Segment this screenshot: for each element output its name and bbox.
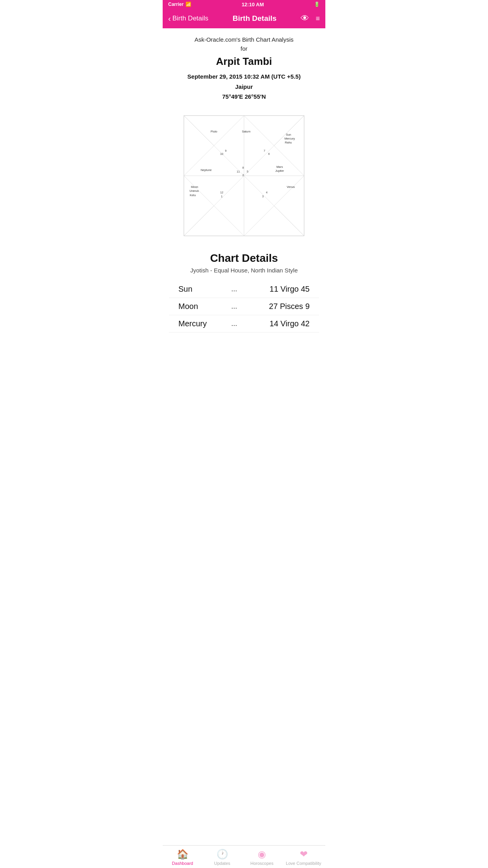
status-carrier: Carrier 📶 [168,2,191,7]
carrier-label: Carrier [168,2,183,7]
ketu-label: Ketu [190,193,196,197]
venus-label: Venus [287,185,295,189]
house-6: 6 [268,152,270,156]
planet-dots: ... [226,285,242,293]
menu-icon[interactable]: ≡ [316,15,320,23]
birth-location: Jaipur [235,83,253,90]
planet-position: 11 Virgo 45 [251,285,310,294]
moon-chart-label: Moon [191,185,198,189]
svg-line-10 [184,116,214,146]
planet-position: 27 Pisces 9 [251,302,310,311]
chart-style: Jyotish - Equal House, North Indian Styl… [169,267,319,274]
back-chevron-icon: ‹ [168,14,171,23]
house-4: 4 [266,191,268,194]
jupiter-label: Jupiter [275,169,284,173]
house-7: 7 [264,149,265,152]
status-battery: 🔋 [314,2,320,7]
chart-details-title: Chart Details [169,252,319,265]
svg-line-13 [274,206,305,236]
planet-dots: ... [226,320,242,328]
uranus-label: Uranus [189,189,199,193]
planet-name: Sun [178,285,218,294]
birth-info: September 29, 2015 10:32 AM (UTC +5.5) J… [169,72,319,102]
svg-line-12 [184,206,214,236]
nav-back-label: Birth Details [172,15,209,22]
battery-icon: 🔋 [314,2,320,7]
pluto-label: Pluto [211,129,217,133]
planet-table: Sun ... 11 Virgo 45 Moon ... 27 Pisces 9… [169,281,319,333]
person-name: Arpit Tambi [169,55,319,68]
main-content: Ask-Oracle.com's Birth Chart Analysis fo… [163,28,325,364]
house-10: 10 [220,152,223,156]
planet-row: Mercury ... 14 Virgo 42 [169,315,319,333]
birth-date: September 29, 2015 10:32 AM (UTC +5.5) [187,73,301,80]
mercury-chart-label: Mercury [284,137,295,140]
planet-row: Moon ... 27 Pisces 9 [169,298,319,315]
birth-coordinates: 75°49′E 26°55′N [222,93,266,100]
house-3: 3 [262,194,264,198]
house-8: 8 [242,166,244,169]
chart-subtitle: Ask-Oracle.com's Birth Chart Analysis fo… [169,35,319,53]
rahu-label: Rahu [285,141,292,144]
mars-label: Mars [276,165,283,169]
planet-name: Mercury [178,319,218,328]
chart-svg: Pluto Saturn Sun Mercury Rahu 9 10 7 6 N… [177,109,311,243]
nav-title: Birth Details [233,14,277,23]
planet-row: Sun ... 11 Virgo 45 [169,281,319,298]
house-1: 1 [221,194,222,198]
eye-icon[interactable]: 👁 [301,13,309,24]
saturn-label: Saturn [242,129,251,133]
house-5: 5 [247,169,248,173]
birth-chart: Pluto Saturn Sun Mercury Rahu 9 10 7 6 N… [177,109,311,243]
house-11: 11 [237,169,240,173]
house-2: 2 [242,173,244,177]
wifi-icon: 📶 [185,2,191,7]
neptune-label: Neptune [201,168,212,171]
sun-label: Sun [286,133,291,136]
status-bar: Carrier 📶 12:10 AM 🔋 [163,0,325,9]
nav-bar: ‹ Birth Details Birth Details 👁 ≡ [163,9,325,28]
planet-dots: ... [226,302,242,311]
status-time: 12:10 AM [191,2,314,7]
planet-name: Moon [178,302,218,311]
house-12: 12 [220,191,223,194]
house-9: 9 [225,149,226,152]
nav-actions: 👁 ≡ [301,13,320,24]
planet-position: 14 Virgo 42 [251,319,310,328]
nav-back-button[interactable]: ‹ Birth Details [168,14,208,23]
